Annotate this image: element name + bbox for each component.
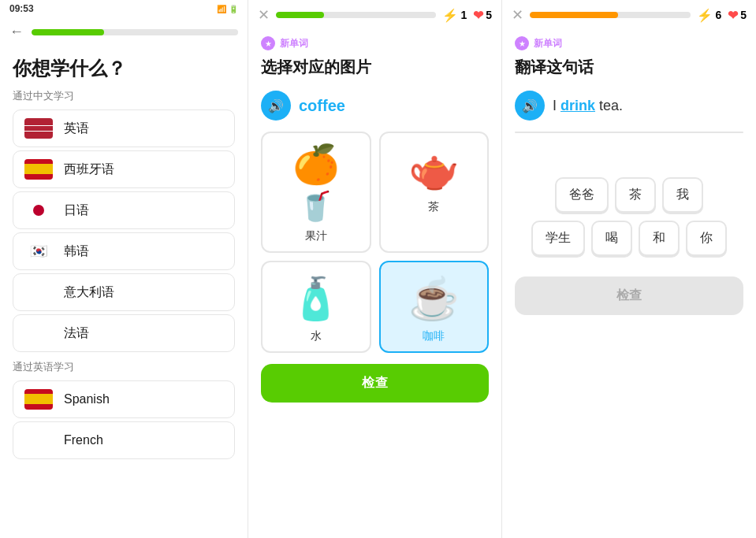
right-heart-count: 5 xyxy=(740,9,747,21)
right-top-bar: ✕ ⚡ 6 ❤ 5 xyxy=(502,0,756,30)
lang-korean[interactable]: 🇰🇷 韩语 xyxy=(13,232,235,270)
lang-italian[interactable]: 意大利语 xyxy=(13,273,235,311)
card-tea[interactable]: 🫖 茶 xyxy=(379,132,490,253)
lightning-stat: ⚡ 1 xyxy=(442,8,467,23)
juice-icon: 🍊 xyxy=(292,146,340,184)
lang-name-french: 法语 xyxy=(64,325,89,342)
speaker-icon-right: 🔊 xyxy=(522,98,538,113)
card-label-juice: 果汁 xyxy=(305,229,327,243)
heart-stat: ❤ 5 xyxy=(473,8,492,23)
middle-top-bar: ✕ ⚡ 1 ❤ 5 xyxy=(248,0,501,30)
exercise-title-right: 翻译这句话 xyxy=(502,54,756,87)
lang-name-spanish: 西班牙语 xyxy=(64,161,114,178)
heart-count: 5 xyxy=(486,9,492,21)
progress-bar xyxy=(32,29,238,35)
right-progress-fill xyxy=(530,12,618,18)
flag-fr-2 xyxy=(24,430,53,451)
target-word: coffee xyxy=(299,97,345,115)
lang-name-italian: 意大利语 xyxy=(64,284,114,301)
lang-japanese[interactable]: 日语 xyxy=(13,191,235,229)
right-lightning-count: 6 xyxy=(715,9,721,21)
chip-baba[interactable]: 爸爸 xyxy=(555,177,609,213)
answer-area xyxy=(502,146,756,169)
chip-and[interactable]: 和 xyxy=(639,221,680,256)
right-heart-stat: ❤ 5 xyxy=(728,8,747,23)
back-button[interactable]: ← xyxy=(9,24,24,40)
check-button-right: 检查 xyxy=(515,276,743,315)
progress-fill xyxy=(32,29,104,35)
right-badge-icon: ★ xyxy=(515,36,529,50)
lang-name-french-en: French xyxy=(64,433,103,447)
top-nav: ← xyxy=(0,17,248,46)
badge-text-right: 新单词 xyxy=(534,37,562,50)
coffee-icon: ☕ xyxy=(408,275,460,323)
word-bank-row-2: 学生 喝 和 你 xyxy=(515,221,743,256)
middle-close-button[interactable]: ✕ xyxy=(258,6,270,24)
chip-ni[interactable]: 你 xyxy=(686,221,727,256)
language-list-1: 英语 西班牙语 日语 🇰🇷 韩语 xyxy=(13,109,235,352)
middle-progress-fill xyxy=(276,12,324,18)
card-juice[interactable]: 🍊 🥤 果汁 xyxy=(261,132,371,253)
card-coffee[interactable]: ☕ 咖啡 xyxy=(379,261,490,353)
flag-us xyxy=(24,118,53,139)
heart-icon: ❤ xyxy=(473,8,483,23)
badge-text-middle: 新单词 xyxy=(280,37,308,50)
status-icons: 📶 🔋 xyxy=(217,5,238,13)
word-row-middle: 🔊 coffee xyxy=(248,87,501,132)
answer-line xyxy=(515,132,743,133)
lightning-count: 1 xyxy=(460,9,467,21)
chip-wo[interactable]: 我 xyxy=(662,177,703,213)
lang-name-korean: 韩语 xyxy=(64,243,89,260)
translate-sentence: I drink tea. xyxy=(553,95,623,117)
right-close-button[interactable]: ✕ xyxy=(512,6,523,24)
section1-label: 通过中文学习 xyxy=(13,89,235,103)
card-label-coffee: 咖啡 xyxy=(423,329,445,343)
right-lightning-stat: ⚡ 6 xyxy=(697,8,721,23)
chip-he[interactable]: 喝 xyxy=(591,221,632,256)
status-bar: 09:53 📶 🔋 xyxy=(0,0,248,17)
highlight-word: drink xyxy=(560,98,595,113)
lang-name-japanese: 日语 xyxy=(64,202,89,219)
word-bank: 爸爸 茶 我 学生 喝 和 你 xyxy=(502,169,756,264)
water-icon: 🧴 xyxy=(290,275,341,323)
badge-icon: ★ xyxy=(261,36,275,50)
card-label-tea: 茶 xyxy=(428,200,439,214)
badge-row-middle: ★ 新单词 xyxy=(248,30,501,54)
left-content: 你想学什么？ 通过中文学习 英语 西班牙语 日语 🇰🇷 韩语 xyxy=(0,46,248,538)
card-label-water: 水 xyxy=(311,329,322,343)
page-title: 你想学什么？ xyxy=(13,56,235,81)
middle-panel: ✕ ⚡ 1 ❤ 5 ★ 新单词 选择对应的图片 🔊 coffee 🍊 🥤 果汁 xyxy=(248,0,502,538)
check-button-middle[interactable]: 检查 xyxy=(261,364,489,403)
tea-icon: 🫖 xyxy=(408,146,460,194)
card-water[interactable]: 🧴 水 xyxy=(261,261,371,353)
lang-spanish-en[interactable]: Spanish xyxy=(13,380,235,418)
flag-fr xyxy=(24,323,53,343)
image-grid: 🍊 🥤 果汁 🫖 茶 🧴 水 ☕ 咖啡 xyxy=(248,132,501,364)
word-row-right: 🔊 I drink tea. xyxy=(502,87,756,132)
flag-kr: 🇰🇷 xyxy=(24,241,53,262)
lang-french[interactable]: 法语 xyxy=(13,314,235,352)
badge-row-right: ★ 新单词 xyxy=(502,30,756,54)
battery: 🔋 xyxy=(229,5,238,13)
lang-spanish[interactable]: 西班牙语 xyxy=(13,150,235,188)
language-list-2: Spanish French xyxy=(13,380,235,459)
right-panel: ✕ ⚡ 6 ❤ 5 ★ 新单词 翻译这句话 🔊 I drink tea. 爸爸 xyxy=(502,0,756,538)
right-heart-icon: ❤ xyxy=(728,8,738,23)
speaker-icon-middle: 🔊 xyxy=(268,98,284,113)
lang-name-spanish-en: Spanish xyxy=(64,392,110,406)
left-panel: 09:53 📶 🔋 ← 你想学什么？ 通过中文学习 英语 西班牙语 xyxy=(0,0,248,538)
flag-es-2 xyxy=(24,389,53,410)
word-bank-row-1: 爸爸 茶 我 xyxy=(515,177,743,213)
chip-cha[interactable]: 茶 xyxy=(615,177,656,213)
exercise-title-middle: 选择对应的图片 xyxy=(248,54,501,87)
speaker-button-right[interactable]: 🔊 xyxy=(515,91,545,121)
flag-jp xyxy=(24,200,53,221)
time: 09:53 xyxy=(9,3,34,14)
middle-progress xyxy=(276,12,436,18)
chip-xuesheng[interactable]: 学生 xyxy=(531,221,585,256)
flag-it xyxy=(24,282,53,302)
speaker-button-middle[interactable]: 🔊 xyxy=(261,91,291,121)
lang-french-en[interactable]: French xyxy=(13,421,235,459)
right-progress xyxy=(530,12,691,18)
lang-english[interactable]: 英语 xyxy=(13,109,235,147)
